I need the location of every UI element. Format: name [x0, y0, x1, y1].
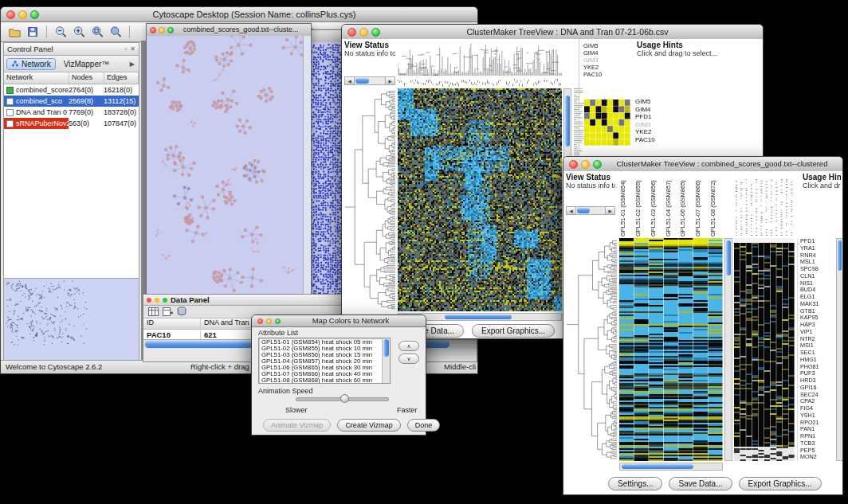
inner-window-titlebar[interactable]: combined_scores_good.txt--cluste...	[147, 24, 311, 37]
scrollbar-thumb[interactable]	[565, 96, 570, 147]
attribute-list-item[interactable]: GPL51-03 (GSM856) heat shock 15 min	[261, 352, 382, 358]
zoom-window-button[interactable]	[371, 28, 380, 37]
slider-thumb[interactable]	[340, 394, 349, 403]
attribute-list-item[interactable]: GPL51-02 (GSM855) heat shock 10 min	[261, 346, 382, 352]
gene-label[interactable]: PFD1	[635, 113, 655, 121]
tab-scroll-right-icon[interactable]: ▶	[130, 61, 136, 68]
scroll-right-icon[interactable]: ▶	[605, 207, 614, 214]
scrollbar-thumb[interactable]	[577, 208, 590, 213]
zoom-window-button[interactable]	[167, 27, 174, 33]
gene-label[interactable]: GIM5	[635, 98, 655, 106]
tv1-row-dendrogram-canvas[interactable]	[344, 88, 395, 311]
network-viewport[interactable]	[147, 36, 311, 298]
close-button[interactable]	[150, 27, 156, 33]
gene-list-vscrollbar[interactable]	[836, 238, 842, 461]
network-vscrollbar[interactable]	[303, 36, 311, 298]
scrollbar-thumb[interactable]	[838, 240, 842, 271]
treeview-button[interactable]: Export Graphics...	[472, 324, 555, 338]
gene-label[interactable]: GIM4	[583, 49, 602, 57]
heatmap-hscrollbar[interactable]	[619, 463, 723, 471]
attribute-list-item[interactable]: GPL51-01 (GSM854) heat shock 05 min	[261, 339, 382, 346]
float-panel-icon[interactable]: ▫	[124, 45, 127, 53]
gene-label[interactable]: GIM3	[583, 57, 602, 64]
attribute-list-item[interactable]: GPL51-08 (GSM868) heat shock 60 min	[261, 377, 382, 384]
close-panel-icon[interactable]	[147, 298, 151, 303]
attribute-list-vscrollbar[interactable]	[382, 338, 390, 383]
gene-label[interactable]: PAC10	[635, 136, 655, 144]
gene-label[interactable]: GIM5	[583, 42, 602, 49]
network-row[interactable]: combined_scores 2764(0) 16218(0)	[4, 84, 139, 96]
zoom-fit-icon[interactable]	[90, 25, 104, 39]
column-label[interactable]: GPL51-07 (GSM866)	[694, 173, 709, 236]
close-panel-icon[interactable]: ✕	[130, 45, 135, 53]
scroll-left-icon[interactable]: ◀	[567, 207, 576, 214]
tv2-row-dendrogram-canvas[interactable]	[566, 238, 617, 461]
open-session-icon[interactable]	[7, 25, 22, 39]
minimize-panel-icon[interactable]	[155, 298, 159, 303]
minimize-button[interactable]	[359, 28, 368, 37]
zoom-in-icon[interactable]	[72, 25, 86, 39]
treeview-dna-titlebar[interactable]: ClusterMaker TreeView : DNA and Tran 07-…	[342, 25, 763, 40]
cytoscape-titlebar[interactable]: Cytoscape Desktop (Session Name: collins…	[1, 7, 477, 22]
column-header-edges[interactable]: Edges	[104, 72, 139, 84]
treeview-combined-titlebar[interactable]: ClusterMaker TreeView : combined_scores_…	[563, 157, 842, 172]
scrollbar-thumb[interactable]	[445, 315, 512, 319]
move-up-button[interactable]: ∧	[398, 341, 419, 351]
float-panel-icon[interactable]	[163, 298, 167, 303]
dialog-button[interactable]: Done	[407, 419, 441, 432]
treeview-button[interactable]: Export Graphics...	[739, 477, 822, 490]
close-button[interactable]	[347, 28, 356, 37]
treeview-button[interactable]: Save Data...	[669, 477, 732, 490]
close-button[interactable]	[6, 10, 15, 19]
treeview-button[interactable]: Settings...	[608, 477, 662, 490]
network-row[interactable]: sRNAPuberNov2 563(0) 107847(0)	[4, 118, 139, 129]
save-session-icon[interactable]	[26, 25, 40, 39]
attribute-list-item[interactable]: GPL51-06 (GSM865) heat shock 30 min	[261, 365, 382, 371]
minimize-button[interactable]	[18, 10, 27, 19]
column-label[interactable]: GPL51-04 (GSM857)	[665, 173, 680, 236]
animation-speed-slider[interactable]	[296, 397, 389, 401]
network-overview-panel[interactable]	[4, 278, 139, 360]
zoom-window-button[interactable]	[30, 10, 39, 19]
zoom-selected-icon[interactable]	[108, 25, 123, 39]
tv2-secondary-heatmap-canvas[interactable]	[734, 238, 795, 461]
gene-label[interactable]: GIM4	[635, 106, 655, 114]
gene-label[interactable]: GIM3	[635, 121, 655, 129]
dialog-titlebar[interactable]: Map Colors to Network	[252, 315, 426, 327]
tv2-heatmap-canvas[interactable]	[619, 238, 723, 461]
select-attributes-icon[interactable]	[148, 305, 159, 319]
column-label[interactable]: GPL51-06 (GSM865)	[679, 173, 694, 236]
network-graph-canvas[interactable]	[147, 36, 304, 298]
tv1-column-dendrogram-canvas[interactable]	[398, 41, 562, 76]
scrollbar-thumb[interactable]	[622, 464, 693, 469]
network-row[interactable]: DNA and Tran 0 7769(0) 183728(0)	[4, 107, 139, 118]
attribute-store-icon[interactable]	[177, 305, 186, 319]
scroll-left-icon[interactable]: ◀	[345, 77, 355, 84]
column-label[interactable]: GPL51-01 (GSM854)	[619, 173, 634, 236]
minimize-button[interactable]	[266, 318, 272, 324]
zoom-window-button[interactable]	[275, 318, 281, 324]
dendrogram-hscrollbar[interactable]: ◀ ▶	[344, 76, 395, 85]
column-label[interactable]: GPL51-03 (GSM856)	[650, 173, 665, 236]
gene-label[interactable]: MON2	[800, 454, 836, 461]
minimize-button[interactable]	[581, 160, 590, 169]
network-row[interactable]: combined_sco 2569(8) 13112(15)	[4, 96, 139, 107]
zoom-window-button[interactable]	[593, 160, 602, 169]
cluster-mini-heatmap-canvas[interactable]	[584, 100, 630, 146]
move-down-button[interactable]: ∨	[398, 354, 419, 364]
column-header-id[interactable]: ID	[143, 318, 201, 329]
gene-label[interactable]: PAC10	[583, 71, 602, 78]
column-label[interactable]: GPL51-08 (GSM872)	[709, 173, 724, 236]
minimize-button[interactable]	[159, 27, 165, 33]
scroll-right-icon[interactable]: ▶	[385, 77, 395, 84]
gene-label[interactable]: YKE2	[583, 64, 602, 71]
column-header-nodes[interactable]: Nodes	[69, 72, 104, 84]
close-button[interactable]	[569, 160, 578, 169]
scrollbar-thumb[interactable]	[726, 240, 731, 275]
scrollbar-thumb[interactable]	[383, 339, 389, 357]
dialog-button[interactable]: Create Vizmap	[337, 419, 400, 432]
tv1-heatmap-canvas[interactable]	[398, 88, 562, 311]
heatmap-vscrollbar[interactable]	[724, 238, 732, 461]
dendrogram-hscrollbar[interactable]: ◀ ▶	[566, 206, 615, 215]
tab-network[interactable]: Network	[6, 58, 56, 70]
